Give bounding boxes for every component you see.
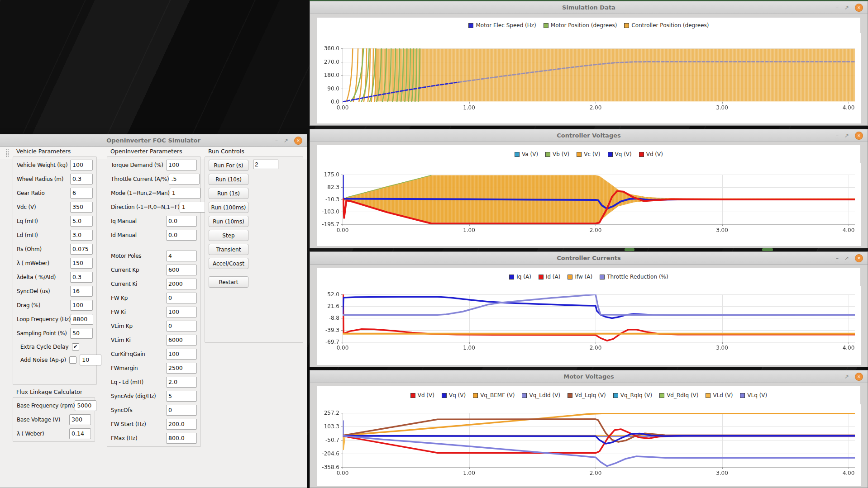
extra-cycle-delay-checkbox[interactable]: ✔ <box>72 343 79 351</box>
step-button[interactable]: Step <box>209 230 248 241</box>
legend-swatch-icon <box>600 275 605 280</box>
delta-aid-input[interactable] <box>70 272 93 283</box>
minimize-icon[interactable]: – <box>836 374 839 379</box>
legend-label: Vb (V) <box>553 151 569 157</box>
fw-ki-input[interactable] <box>166 307 197 317</box>
simulator-titlebar[interactable]: OpenInverter FOC Simulator – ↗ ✕ <box>0 134 307 147</box>
fw-start-hz-input[interactable] <box>166 419 197 430</box>
run-10ms-button[interactable]: Run (10ms) <box>209 216 248 227</box>
restart-button[interactable]: Restart <box>209 276 248 288</box>
drag-input[interactable] <box>70 300 93 311</box>
legend-label: Vq (V) <box>449 392 466 398</box>
vdc-v-input[interactable] <box>70 202 93 213</box>
throttle-current-a-input[interactable] <box>169 174 200 185</box>
restore-icon[interactable]: ↗ <box>844 133 849 138</box>
close-icon[interactable]: ✕ <box>855 4 863 12</box>
legend-item-vq-v: Vq (V) <box>442 392 466 398</box>
flux-linkage-frame: Base Frequency (rpm)Base Voltage (V)λ ( … <box>13 397 95 442</box>
legend-item-vb-v: Vb (V) <box>545 151 569 157</box>
run-for-seconds-input[interactable] <box>253 160 278 169</box>
close-icon[interactable]: ✕ <box>855 254 863 262</box>
lq-mh-input[interactable] <box>70 216 93 227</box>
curkifrqgain-input[interactable] <box>166 349 197 360</box>
legend-label: Ifw (A) <box>575 274 592 280</box>
run-100ms-button[interactable]: Run (100ms) <box>209 202 248 213</box>
simulation-data-titlebar[interactable]: Simulation Data – ↗ ✕ <box>310 1 868 14</box>
param-row: Motor Poles <box>111 249 197 263</box>
restore-icon[interactable]: ↗ <box>844 5 849 10</box>
vlim-kp-input[interactable] <box>166 321 197 332</box>
fwmargin-input[interactable] <box>166 363 197 374</box>
vlim-ki-input[interactable] <box>166 335 197 346</box>
vehicle-weight-kg-input[interactable] <box>70 160 93 171</box>
wheel-radius-m-input[interactable] <box>70 174 93 185</box>
legend-label: Motor Position (degrees) <box>551 22 617 28</box>
param-row: Base Frequency (rpm) <box>17 398 91 412</box>
fw-kp-label: FW Kp <box>111 295 128 301</box>
add-noise-ap-p-input[interactable] <box>80 355 101 365</box>
controller-currents-titlebar[interactable]: Controller Currents – ↗ ✕ <box>310 252 868 265</box>
legend-item-id-a: Id (A) <box>539 274 561 280</box>
base-frequency-rpm-input[interactable] <box>75 400 96 411</box>
legend-label: Vq_LdId (V) <box>529 392 560 398</box>
param-row: Id Manual <box>111 228 197 242</box>
chart-window-title: Controller Currents <box>557 255 621 261</box>
add-noise-ap-p-checkbox[interactable] <box>69 356 76 364</box>
motor-voltages-titlebar[interactable]: Motor Voltages – ↗ ✕ <box>310 370 868 383</box>
toolbar-gripper-icon[interactable] <box>5 148 9 157</box>
syncadv-dig-hz-input[interactable] <box>166 391 197 402</box>
legend-item-vlq-v: VLq (V) <box>740 392 767 398</box>
restore-icon[interactable]: ↗ <box>284 138 288 143</box>
torque-demand-input[interactable] <box>166 160 197 171</box>
fw-kp-input[interactable] <box>166 293 197 303</box>
legend-label: Controller Position (degrees) <box>631 22 709 28</box>
sampling-point-input[interactable] <box>70 328 93 339</box>
transient-button[interactable]: Transient <box>209 244 248 255</box>
legend-swatch-icon <box>608 152 613 157</box>
run-1s-button[interactable]: Run (1s) <box>209 188 248 199</box>
base-voltage-v-input[interactable] <box>69 414 91 425</box>
param-row: Current Ki <box>111 277 197 291</box>
minimize-icon[interactable]: – <box>275 138 278 143</box>
run-for-s-button[interactable]: Run For (s) <box>209 160 248 171</box>
fmax-hz-input[interactable] <box>166 433 197 444</box>
iq-manual-input[interactable] <box>166 216 197 227</box>
weber-input[interactable] <box>69 428 91 439</box>
legend-swatch-icon <box>624 23 629 28</box>
add-noise-ap-p-label: Add Noise (Ap-p) <box>20 357 66 363</box>
openinverter-parameters-frame: Torque Demand (%)Throttle Current (A/%)M… <box>107 156 201 447</box>
syncofs-input[interactable] <box>166 405 197 416</box>
ld-mh-input[interactable] <box>70 230 93 241</box>
lq-mh-label: Lq (mH) <box>17 218 38 224</box>
legend-label: Iq (A) <box>516 274 531 280</box>
loop-frequency-hz-input[interactable] <box>71 314 93 325</box>
run-10s-button[interactable]: Run (10s) <box>209 174 248 185</box>
minimize-icon[interactable]: – <box>836 5 839 10</box>
gear-ratio-input[interactable] <box>70 188 93 199</box>
lq-ld-mh-input[interactable] <box>166 377 197 388</box>
param-row: SyncDel (us) <box>17 284 93 298</box>
id-manual-input[interactable] <box>166 230 197 241</box>
motor-poles-input[interactable] <box>166 251 197 261</box>
minimize-icon[interactable]: – <box>836 256 839 261</box>
chart-legend: Vd (V)Vq (V)Vq_BEMF (V)Vq_LdId (V)Vd_LqI… <box>317 386 860 404</box>
run-controls-header: Run Controls <box>208 148 303 156</box>
close-icon[interactable]: ✕ <box>855 132 863 140</box>
minimize-icon[interactable]: – <box>836 133 839 138</box>
restore-icon[interactable]: ↗ <box>844 256 849 261</box>
controller-voltages-titlebar[interactable]: Controller Voltages – ↗ ✕ <box>310 129 868 142</box>
close-icon[interactable]: ✕ <box>855 373 863 381</box>
fmax-hz-label: FMax (Hz) <box>111 435 137 441</box>
mweber-input[interactable] <box>70 258 93 269</box>
current-ki-input[interactable] <box>166 279 197 289</box>
mode-1-run-2-man-input[interactable] <box>170 188 200 199</box>
legend-swatch-icon <box>442 393 447 398</box>
controller-voltages-chart <box>317 163 861 246</box>
accel-coast-button[interactable]: Accel/Coast <box>209 258 248 269</box>
close-icon[interactable]: ✕ <box>294 137 302 145</box>
syncdel-us-input[interactable] <box>70 286 93 297</box>
rs-ohm-input[interactable] <box>70 244 93 255</box>
current-kp-input[interactable] <box>166 265 197 275</box>
legend-label: VLq (V) <box>747 392 767 398</box>
restore-icon[interactable]: ↗ <box>844 374 849 379</box>
